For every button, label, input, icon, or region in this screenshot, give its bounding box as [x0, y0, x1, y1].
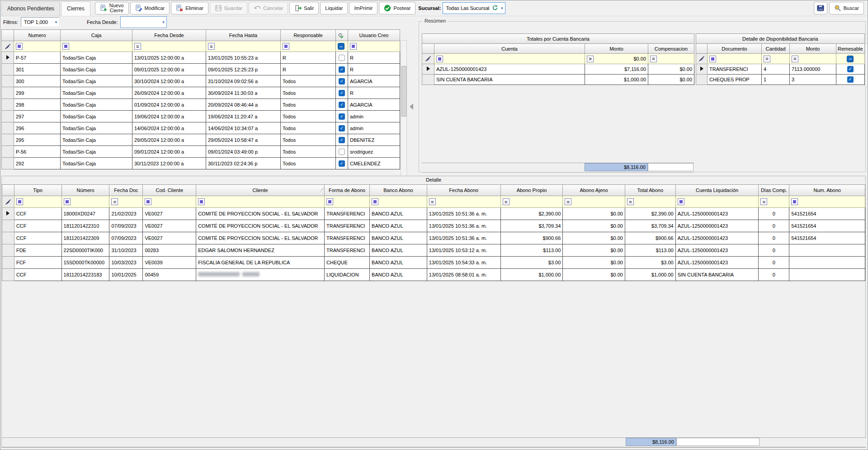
checkbox-checked[interactable]: [339, 113, 345, 120]
filter-minus-icon[interactable]: –: [338, 43, 344, 50]
checkbox-checked[interactable]: [339, 160, 345, 167]
filter-cell-posteado[interactable]: –: [336, 41, 348, 52]
checkbox-checked[interactable]: [339, 137, 345, 143]
filter-condition-icon[interactable]: [709, 56, 716, 62]
filter-cell-cod-cliente[interactable]: [143, 196, 196, 208]
row-indicator[interactable]: [696, 75, 708, 85]
chevron-down-icon[interactable]: ▼: [54, 20, 58, 24]
filter-condition-icon[interactable]: [16, 43, 23, 50]
edit-disabled-icon[interactable]: [422, 54, 434, 64]
grid-row[interactable]: SIN CUENTA BANCARIA$1,000.00$0.00: [422, 75, 694, 85]
vertical-scrollbar[interactable]: [865, 43, 868, 87]
filter-condition-icon[interactable]: [283, 43, 289, 50]
modificar-button[interactable]: Modificar: [130, 2, 170, 14]
row-indicator[interactable]: [422, 64, 434, 75]
column-header-abono-ajeno[interactable]: Abono Ajeno: [563, 185, 625, 196]
filter-cell-numero[interactable]: [14, 41, 61, 52]
column-header-tipo[interactable]: Tipo: [14, 185, 61, 196]
checkbox-checked[interactable]: [847, 76, 854, 83]
tab-abonos-pendientes[interactable]: Abonos Pendientes: [1, 1, 60, 16]
filter-equals-icon[interactable]: =: [650, 56, 657, 62]
column-header-total-abono[interactable]: Total Abono: [625, 185, 675, 196]
guardar-button[interactable]: Guardar: [210, 2, 247, 14]
vertical-scrollbar[interactable]: [401, 40, 407, 180]
filter-cell-total-abono[interactable]: =: [625, 196, 675, 208]
filter-cell-cantidad[interactable]: =: [762, 54, 790, 64]
column-header-num-abono[interactable]: Num. Abono: [789, 185, 865, 196]
filter-equals-icon[interactable]: =: [503, 198, 509, 205]
grid-row[interactable]: P-57Todas/Sin Caja13/01/2025 12:00:00 a1…: [2, 52, 400, 64]
grid-row[interactable]: 295Todas/Sin Caja29/05/2024 12:00:00 a29…: [2, 134, 400, 146]
edit-disabled-icon[interactable]: [2, 41, 14, 52]
filter-cell-num-abono[interactable]: [789, 196, 865, 208]
filter-cell-abono-ajeno[interactable]: =: [563, 196, 625, 208]
row-indicator[interactable]: [2, 269, 14, 281]
filter-cell-remesable[interactable]: –: [836, 54, 865, 64]
grid-row[interactable]: 301Todas/Sin Caja09/01/2025 12:00:00 a09…: [2, 64, 400, 75]
grid-row[interactable]: AZUL-1250000001423$7,116.00$0.00: [422, 64, 694, 75]
postear-button[interactable]: Postear: [379, 2, 415, 14]
column-header-posteado[interactable]: [336, 30, 348, 41]
column-header-banco-abono[interactable]: Banco Abono: [370, 185, 427, 196]
liquidar-button[interactable]: Liquidar: [320, 2, 348, 14]
filter-cell-usuario-creo[interactable]: [348, 41, 400, 52]
scrollbar-thumb[interactable]: [401, 66, 407, 117]
filter-condition-icon[interactable]: [62, 43, 69, 50]
filter-condition-icon[interactable]: [16, 198, 23, 205]
filter-condition-icon[interactable]: [198, 198, 205, 205]
grid-row[interactable]: FCF15SD000TK0000010/03/2023VE0039FISCALI…: [2, 257, 865, 269]
row-indicator[interactable]: [696, 64, 708, 75]
grid-row[interactable]: CCF18000XD024721/02/2023VE0027COMITÉ DE …: [2, 208, 865, 220]
grid-row[interactable]: CCF181120142230907/09/2023VE0027COMITÉ D…: [2, 232, 865, 244]
filtros-dropdown[interactable]: TOP 1,000 ▼: [21, 17, 60, 27]
filter-equals-icon[interactable]: =: [429, 198, 436, 205]
filter-minus-icon[interactable]: –: [847, 56, 854, 62]
row-indicator[interactable]: [2, 111, 14, 122]
sucursal-dropdown[interactable]: Todas Las Sucursal ▼: [443, 2, 505, 14]
checkbox-checked[interactable]: [339, 90, 345, 96]
row-indicator[interactable]: [2, 99, 14, 111]
row-indicator[interactable]: [422, 75, 434, 85]
grid-row[interactable]: CCF1811201422318310/01/202500459LIQUIDAC…: [2, 269, 865, 281]
row-indicator[interactable]: [2, 87, 14, 99]
refresh-icon[interactable]: [492, 5, 499, 12]
grid-row[interactable]: FDE22SD0000TIK00031/10/202300283EDGAR SA…: [2, 244, 865, 257]
grid-row[interactable]: 299Todas/Sin Caja26/09/2024 12:00:00 a30…: [2, 87, 400, 99]
filter-cell-fecha-desde[interactable]: =: [132, 41, 206, 52]
filter-condition-icon[interactable]: [436, 56, 443, 62]
edit-disabled-icon[interactable]: [696, 54, 708, 64]
search-button[interactable]: Buscar: [829, 2, 864, 14]
row-indicator[interactable]: [2, 220, 14, 232]
filter-cell-cuenta[interactable]: [434, 54, 585, 64]
filter-condition-icon[interactable]: [791, 198, 798, 205]
filter-cell-caja[interactable]: [61, 41, 132, 52]
filter-condition-icon[interactable]: [678, 198, 684, 205]
column-header-fecha-hasta[interactable]: Fecha Hasta: [206, 30, 281, 41]
row-indicator[interactable]: [2, 134, 14, 146]
filter-cell-numero[interactable]: [61, 196, 109, 208]
checkbox-unchecked[interactable]: [339, 55, 345, 61]
grid-row[interactable]: CHEQUES PROP13: [696, 75, 865, 85]
chevron-down-icon[interactable]: ▼: [162, 20, 165, 24]
column-header-fecha-doc[interactable]: Fecha Doc: [109, 185, 143, 196]
column-header-usuario-creo[interactable]: Usuario Creo: [348, 30, 400, 41]
grid-row[interactable]: TRANSFERENCI47113.000000: [696, 64, 865, 75]
filter-condition-icon[interactable]: [350, 43, 357, 50]
filter-cell-tipo[interactable]: [14, 196, 61, 208]
column-header-monto[interactable]: Monto: [790, 44, 836, 54]
nuevo-cierre-button[interactable]: Nuevo Cierre: [95, 2, 129, 14]
checkbox-checked[interactable]: [339, 102, 345, 108]
column-header-cod-cliente[interactable]: Cod. Cliente: [143, 185, 196, 196]
checkbox-checked[interactable]: [847, 66, 854, 72]
filter-cell-banco-abono[interactable]: [370, 196, 427, 208]
filter-equals-icon[interactable]: =: [627, 198, 634, 205]
row-indicator[interactable]: [2, 208, 14, 220]
filter-cell-cuenta-liquidacion[interactable]: [675, 196, 759, 208]
column-header-abono-propio[interactable]: Abono Propio: [500, 185, 563, 196]
grid-row[interactable]: 300Todas/Sin Caja30/10/2024 12:00:00 a31…: [2, 75, 400, 87]
row-indicator[interactable]: [2, 244, 14, 257]
column-header-dias-comp[interactable]: Días Comp.: [759, 185, 789, 196]
cancelar-button[interactable]: Cancelar: [249, 2, 288, 14]
imprimir-button[interactable]: ImPrimir: [349, 2, 377, 14]
checkbox-checked[interactable]: [339, 78, 345, 84]
